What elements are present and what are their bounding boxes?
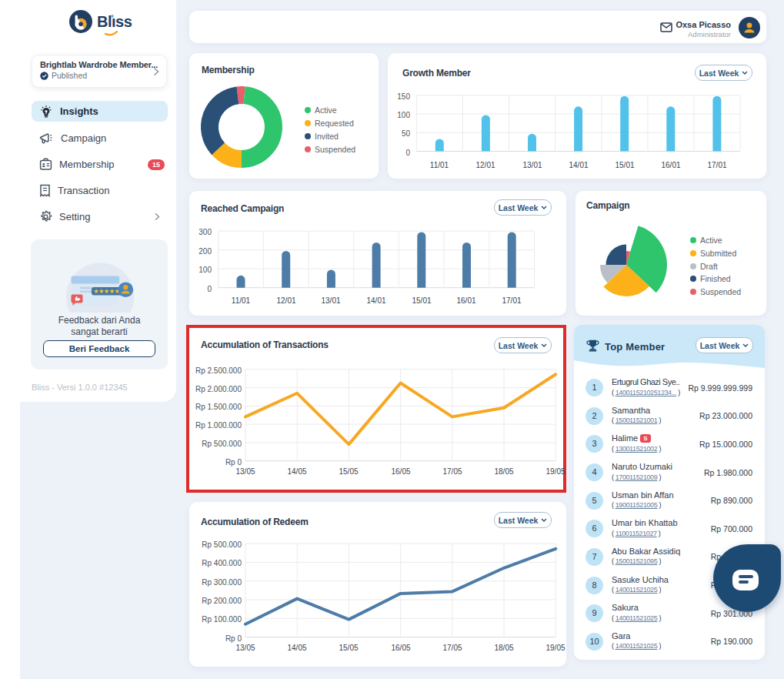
svg-text:★★★★★: ★★★★★ xyxy=(93,288,119,295)
